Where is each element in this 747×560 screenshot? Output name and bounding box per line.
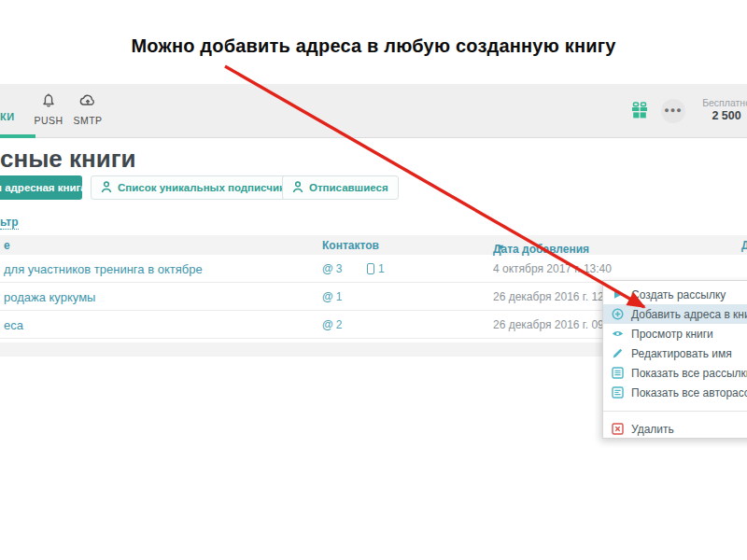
menu-item-show-campaigns[interactable]: Показать все рассылки по кни — [603, 363, 747, 383]
column-header-contacts[interactable]: Контактов — [322, 239, 379, 252]
eye-icon — [612, 328, 624, 340]
button-label: Отписавшиеся — [309, 182, 388, 193]
page-title: сные книги — [0, 145, 136, 174]
delete-icon — [612, 423, 624, 435]
menu-item-rename[interactable]: Редактировать имя — [603, 343, 747, 363]
book-name-link[interactable]: родажа куркумы — [4, 290, 95, 304]
menu-separator — [603, 411, 747, 412]
person-icon — [101, 181, 112, 195]
book-name-link[interactable]: для участников тренинга в октябре — [4, 262, 203, 276]
date-added: 26 декабря 2016 г. 12:1 — [493, 290, 613, 303]
menu-item-label: Редактировать имя — [631, 347, 732, 360]
sort-desc-icon: ▼ — [497, 243, 505, 252]
more-options-button[interactable]: ●●● — [661, 99, 685, 123]
button-label: Список уникальных подписчиков — [118, 182, 298, 193]
menu-item-show-autocampaigns[interactable]: Показать все авторассылки п — [603, 383, 747, 402]
slide-title: Можно добавить адреса в любую созданную … — [0, 35, 747, 57]
toolbar-item-label: SMTP — [62, 115, 114, 126]
menu-item-label: Показать все авторассылки п — [631, 386, 747, 399]
unsubscribed-button[interactable]: Отписавшиеся — [282, 175, 399, 200]
menu-item-label: Добавить адреса в книгу — [631, 308, 747, 321]
date-added: 26 декабря 2016 г. 09:5 — [493, 318, 613, 331]
toolbar-tab-label: КИ — [0, 111, 15, 122]
slide: Можно добавить адреса в любую созданную … — [0, 0, 747, 560]
email-count: @1 — [322, 290, 342, 303]
menu-item-label: Просмотр книги — [631, 328, 713, 341]
active-tab-underline — [0, 134, 35, 138]
play-icon — [612, 288, 624, 301]
table-row[interactable]: для участников тренинга в октябре @3 1 4… — [0, 255, 747, 283]
balance-label: Бесплатно — [702, 97, 747, 108]
table-header-row: е Контактов Дата добавления▼ Д — [0, 235, 747, 255]
menu-item-label: Создать рассылку — [631, 288, 726, 301]
list-icon — [612, 367, 624, 379]
at-icon: @ — [322, 262, 333, 275]
date-added: 4 октября 2017 г. 13:40 — [493, 262, 612, 275]
cloud-upload-icon — [78, 95, 98, 111]
menu-item-delete[interactable]: Удалить — [603, 419, 747, 439]
menu-item-label: Удалить — [631, 423, 674, 436]
book-name-link[interactable]: еса — [4, 318, 23, 332]
toolbar-item-smtp[interactable]: SMTP — [62, 91, 114, 126]
gift-icon[interactable] — [629, 100, 650, 124]
phone-count: 1 — [367, 262, 385, 275]
menu-item-view-book[interactable]: Просмотр книги — [603, 324, 747, 343]
at-icon: @ — [322, 290, 333, 303]
balance-value: 2 500 — [702, 109, 747, 122]
unique-subscribers-button[interactable]: Список уникальных подписчиков — [91, 175, 308, 200]
at-icon: @ — [322, 318, 333, 331]
pencil-icon — [612, 347, 624, 359]
balance-indicator[interactable]: Бесплатно 2 500 — [702, 97, 747, 122]
email-count: @3 — [322, 262, 342, 275]
context-menu: Создать рассылку Добавить адреса в книгу… — [602, 280, 747, 439]
person-icon — [292, 181, 303, 195]
bell-icon — [39, 95, 58, 111]
phone-icon — [367, 263, 374, 274]
new-address-book-button[interactable]: я адресная книга — [0, 175, 82, 200]
column-header-actions: Д — [741, 239, 747, 252]
email-count: @2 — [322, 318, 342, 331]
column-header-name[interactable]: е — [4, 239, 10, 252]
list-icon — [612, 386, 624, 399]
filter-link[interactable]: ьтр — [0, 216, 19, 230]
circle-plus-icon — [612, 308, 624, 320]
top-toolbar: КИ PUSH SMTP ●●● Б — [0, 84, 747, 138]
menu-item-add-addresses[interactable]: Добавить адреса в книгу — [603, 304, 747, 324]
menu-item-create-campaign[interactable]: Создать рассылку — [603, 285, 747, 304]
menu-item-label: Показать все рассылки по кни — [631, 367, 747, 380]
